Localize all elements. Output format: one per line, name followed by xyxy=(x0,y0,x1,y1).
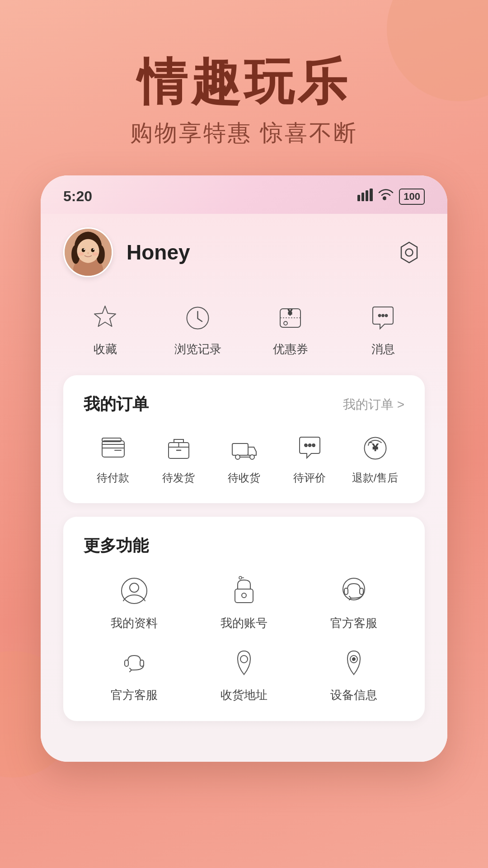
phone-container: 5:20 xyxy=(0,175,488,762)
svg-point-41 xyxy=(239,576,242,579)
avatar[interactable] xyxy=(63,227,113,277)
svg-rect-39 xyxy=(235,589,253,603)
order-item-refund-label: 退款/售后 xyxy=(352,471,399,485)
svg-point-9 xyxy=(77,239,99,263)
orders-section-title: 我的订单 xyxy=(84,393,149,415)
orders-all-link[interactable]: 我的订单 > xyxy=(343,396,404,413)
svg-point-33 xyxy=(308,444,311,447)
order-item-pending-receive[interactable]: 待收货 xyxy=(215,431,273,485)
settings-button[interactable] xyxy=(393,236,425,268)
quick-actions: 收藏 浏览记录 xyxy=(63,300,425,357)
quick-action-coupons-label: 优惠券 xyxy=(273,341,308,357)
feature-address[interactable]: 收货地址 xyxy=(193,645,294,703)
orders-card-header: 我的订单 我的订单 > xyxy=(84,393,404,415)
chat-dots-icon xyxy=(293,431,327,465)
more-features-card: 更多功能 我的资料 xyxy=(63,517,425,721)
order-grid: 待付款 待发货 xyxy=(84,431,404,485)
star-icon xyxy=(87,300,123,336)
svg-point-31 xyxy=(250,455,254,459)
refund-icon: ¥ xyxy=(358,431,392,465)
order-item-pending-pay-label: 待付款 xyxy=(97,471,129,485)
profile-row: Honey xyxy=(63,227,425,277)
quick-action-coupons[interactable]: ¥ 优惠券 xyxy=(249,300,332,357)
feature-address-label: 收货地址 xyxy=(221,687,267,703)
order-item-pending-review[interactable]: 待评价 xyxy=(280,431,339,485)
hero-section: 情趣玩乐 购物享特惠 惊喜不断 xyxy=(0,0,488,175)
feature-customer-service-2[interactable]: 官方客服 xyxy=(84,645,184,703)
svg-point-21 xyxy=(284,321,287,325)
clock-icon xyxy=(180,300,216,336)
quick-action-favorites-label: 收藏 xyxy=(94,341,117,357)
svg-point-17 xyxy=(405,249,413,256)
svg-point-16 xyxy=(92,252,98,256)
feature-device-info[interactable]: 设备信息 xyxy=(304,645,404,703)
svg-point-22 xyxy=(379,314,381,316)
hero-subtitle: 购物享特惠 惊喜不断 xyxy=(0,118,488,148)
svg-point-15 xyxy=(78,252,84,256)
coupon-icon: ¥ xyxy=(272,300,309,336)
svg-point-40 xyxy=(242,593,246,598)
order-item-pending-ship[interactable]: 待发货 xyxy=(149,431,208,485)
svg-point-23 xyxy=(382,314,384,316)
svg-point-12 xyxy=(84,249,85,250)
order-item-pending-ship-label: 待发货 xyxy=(162,471,195,485)
feature-my-account[interactable]: 我的账号 xyxy=(193,573,294,631)
svg-rect-0 xyxy=(357,195,360,201)
svg-rect-3 xyxy=(370,189,373,201)
more-features-header: 更多功能 xyxy=(84,535,404,557)
feature-my-profile[interactable]: 我的资料 xyxy=(84,573,184,631)
svg-point-13 xyxy=(93,249,94,250)
profile-left: Honey xyxy=(63,227,190,277)
quick-action-messages-label: 消息 xyxy=(371,341,395,357)
quick-action-favorites[interactable]: 收藏 xyxy=(63,300,147,357)
user-circle-icon xyxy=(116,573,152,609)
status-icons: 100 xyxy=(357,189,425,205)
order-item-pending-pay[interactable]: 待付款 xyxy=(84,431,142,485)
order-item-pending-receive-label: 待收货 xyxy=(228,471,260,485)
hero-title: 情趣玩乐 xyxy=(0,54,488,109)
message-icon xyxy=(365,300,401,336)
svg-rect-2 xyxy=(366,190,368,201)
more-features-title: 更多功能 xyxy=(84,535,149,557)
svg-rect-29 xyxy=(232,443,248,455)
location2-icon xyxy=(336,645,372,681)
order-item-refund[interactable]: ¥ 退款/售后 xyxy=(346,431,404,485)
quick-action-messages[interactable]: 消息 xyxy=(341,300,425,357)
svg-point-50 xyxy=(352,658,355,660)
feature-customer-service-1-label: 官方客服 xyxy=(330,615,377,631)
svg-point-30 xyxy=(235,455,240,459)
quick-action-history[interactable]: 浏览记录 xyxy=(156,300,239,357)
svg-point-37 xyxy=(122,578,147,604)
wallet-icon xyxy=(96,431,130,465)
location-icon xyxy=(226,645,262,681)
feature-customer-service-1[interactable]: 官方客服 xyxy=(304,573,404,631)
features-grid: 我的资料 我的 xyxy=(84,573,404,703)
svg-point-14 xyxy=(87,252,89,254)
svg-rect-25 xyxy=(102,441,124,457)
svg-rect-46 xyxy=(125,660,128,666)
battery-icon: 100 xyxy=(399,189,425,205)
feature-my-account-label: 我的账号 xyxy=(221,615,267,631)
status-bar: 5:20 xyxy=(41,175,447,214)
svg-rect-26 xyxy=(102,444,124,448)
svg-rect-45 xyxy=(360,588,363,594)
svg-point-24 xyxy=(385,314,388,316)
svg-point-38 xyxy=(130,583,139,592)
lock-icon xyxy=(226,573,262,609)
status-time: 5:20 xyxy=(63,188,92,205)
headset-icon xyxy=(336,573,372,609)
order-item-pending-review-label: 待评价 xyxy=(293,471,326,485)
truck-icon xyxy=(227,431,261,465)
orders-card: 我的订单 我的订单 > 待付款 xyxy=(63,375,425,503)
quick-action-history-label: 浏览记录 xyxy=(174,341,221,357)
app-content: Honey 收 xyxy=(41,214,447,762)
feature-customer-service-2-label: 官方客服 xyxy=(111,687,158,703)
username: Honey xyxy=(127,240,190,264)
phone-mockup: 5:20 xyxy=(41,175,447,762)
svg-rect-47 xyxy=(140,660,144,666)
svg-text:¥: ¥ xyxy=(372,442,378,453)
signal-icon xyxy=(357,189,373,204)
svg-rect-1 xyxy=(361,193,364,201)
headset2-icon xyxy=(116,645,152,681)
feature-my-profile-label: 我的资料 xyxy=(111,615,158,631)
